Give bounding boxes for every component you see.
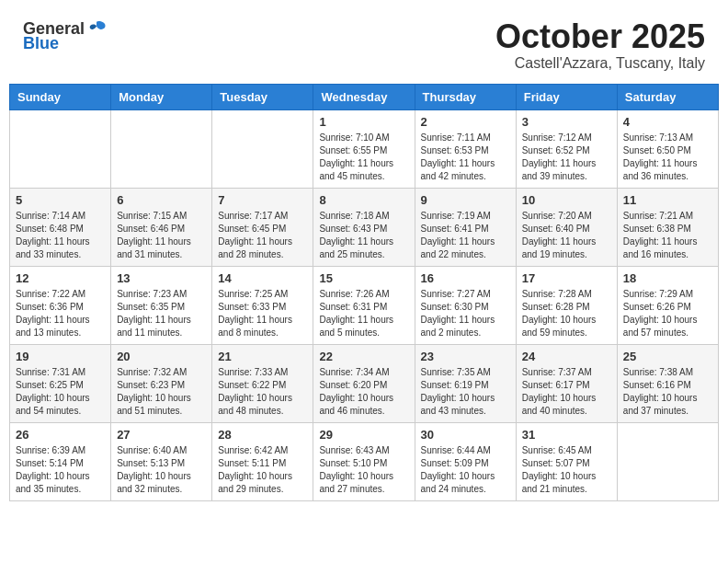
calendar-cell: 12Sunrise: 7:22 AM Sunset: 6:36 PM Dayli…	[10, 266, 111, 344]
day-number: 30	[421, 428, 510, 442]
col-header-sunday: Sunday	[10, 84, 111, 109]
calendar-cell: 2Sunrise: 7:11 AM Sunset: 6:53 PM Daylig…	[415, 109, 516, 188]
calendar-cell	[111, 109, 212, 188]
calendar-cell: 14Sunrise: 7:25 AM Sunset: 6:33 PM Dayli…	[212, 266, 313, 344]
day-number: 18	[623, 271, 712, 285]
day-content: Sunrise: 7:27 AM Sunset: 6:30 PM Dayligh…	[421, 288, 510, 339]
calendar-cell: 4Sunrise: 7:13 AM Sunset: 6:50 PM Daylig…	[617, 109, 718, 188]
calendar-cell: 10Sunrise: 7:20 AM Sunset: 6:40 PM Dayli…	[516, 188, 617, 266]
day-content: Sunrise: 7:12 AM Sunset: 6:52 PM Dayligh…	[522, 132, 611, 183]
logo-blue: Blue	[23, 35, 59, 52]
col-header-saturday: Saturday	[617, 84, 718, 109]
day-content: Sunrise: 7:14 AM Sunset: 6:48 PM Dayligh…	[16, 210, 105, 261]
day-number: 1	[319, 115, 408, 129]
logo-bird-icon	[86, 18, 107, 39]
day-content: Sunrise: 7:11 AM Sunset: 6:53 PM Dayligh…	[421, 132, 510, 183]
day-content: Sunrise: 7:25 AM Sunset: 6:33 PM Dayligh…	[218, 288, 307, 339]
day-number: 27	[117, 428, 206, 442]
calendar-cell: 27Sunrise: 6:40 AM Sunset: 5:13 PM Dayli…	[111, 422, 212, 500]
day-content: Sunrise: 7:18 AM Sunset: 6:43 PM Dayligh…	[319, 210, 408, 261]
day-content: Sunrise: 7:21 AM Sunset: 6:38 PM Dayligh…	[623, 210, 712, 261]
day-content: Sunrise: 6:45 AM Sunset: 5:07 PM Dayligh…	[522, 444, 611, 496]
calendar-cell: 22Sunrise: 7:34 AM Sunset: 6:20 PM Dayli…	[313, 344, 415, 422]
calendar-header-row: SundayMondayTuesdayWednesdayThursdayFrid…	[10, 84, 719, 109]
day-number: 29	[319, 428, 408, 442]
day-number: 22	[319, 350, 408, 363]
calendar-cell: 13Sunrise: 7:23 AM Sunset: 6:35 PM Dayli…	[111, 266, 212, 344]
calendar-week-row: 1Sunrise: 7:10 AM Sunset: 6:55 PM Daylig…	[10, 109, 719, 188]
calendar-table: SundayMondayTuesdayWednesdayThursdayFrid…	[9, 84, 719, 501]
calendar-cell: 3Sunrise: 7:12 AM Sunset: 6:52 PM Daylig…	[516, 109, 617, 188]
day-number: 2	[421, 115, 510, 129]
logo: General Blue	[23, 18, 107, 52]
day-content: Sunrise: 6:39 AM Sunset: 5:14 PM Dayligh…	[16, 444, 105, 496]
col-header-friday: Friday	[516, 84, 617, 109]
day-content: Sunrise: 7:22 AM Sunset: 6:36 PM Dayligh…	[16, 288, 105, 339]
day-content: Sunrise: 7:31 AM Sunset: 6:25 PM Dayligh…	[16, 366, 105, 418]
calendar-cell: 15Sunrise: 7:26 AM Sunset: 6:31 PM Dayli…	[313, 266, 415, 344]
day-number: 17	[522, 271, 611, 285]
calendar-cell: 18Sunrise: 7:29 AM Sunset: 6:26 PM Dayli…	[617, 266, 718, 344]
day-number: 13	[117, 271, 206, 285]
calendar-week-row: 12Sunrise: 7:22 AM Sunset: 6:36 PM Dayli…	[10, 266, 719, 344]
calendar-cell: 26Sunrise: 6:39 AM Sunset: 5:14 PM Dayli…	[10, 422, 111, 500]
calendar-cell: 28Sunrise: 6:42 AM Sunset: 5:11 PM Dayli…	[212, 422, 313, 500]
calendar-cell: 21Sunrise: 7:33 AM Sunset: 6:22 PM Dayli…	[212, 344, 313, 422]
day-number: 25	[623, 350, 712, 363]
day-content: Sunrise: 7:38 AM Sunset: 6:16 PM Dayligh…	[623, 366, 712, 418]
day-number: 14	[218, 271, 307, 285]
calendar-week-row: 26Sunrise: 6:39 AM Sunset: 5:14 PM Dayli…	[10, 422, 719, 500]
day-content: Sunrise: 7:29 AM Sunset: 6:26 PM Dayligh…	[623, 288, 712, 339]
day-content: Sunrise: 7:35 AM Sunset: 6:19 PM Dayligh…	[421, 366, 510, 418]
day-content: Sunrise: 6:43 AM Sunset: 5:10 PM Dayligh…	[319, 444, 408, 496]
calendar-week-row: 19Sunrise: 7:31 AM Sunset: 6:25 PM Dayli…	[10, 344, 719, 422]
col-header-thursday: Thursday	[415, 84, 516, 109]
calendar-cell: 23Sunrise: 7:35 AM Sunset: 6:19 PM Dayli…	[415, 344, 516, 422]
day-number: 6	[117, 193, 206, 207]
calendar-cell: 6Sunrise: 7:15 AM Sunset: 6:46 PM Daylig…	[111, 188, 212, 266]
calendar-cell: 20Sunrise: 7:32 AM Sunset: 6:23 PM Dayli…	[111, 344, 212, 422]
calendar-cell: 16Sunrise: 7:27 AM Sunset: 6:30 PM Dayli…	[415, 266, 516, 344]
day-number: 9	[421, 193, 510, 207]
day-content: Sunrise: 6:44 AM Sunset: 5:09 PM Dayligh…	[421, 444, 510, 496]
day-number: 4	[623, 115, 712, 129]
col-header-tuesday: Tuesday	[212, 84, 313, 109]
day-content: Sunrise: 7:34 AM Sunset: 6:20 PM Dayligh…	[319, 366, 408, 418]
day-content: Sunrise: 7:37 AM Sunset: 6:17 PM Dayligh…	[522, 366, 611, 418]
month-title: October 2025	[495, 18, 705, 55]
day-number: 15	[319, 271, 408, 285]
calendar-cell: 31Sunrise: 6:45 AM Sunset: 5:07 PM Dayli…	[516, 422, 617, 500]
day-content: Sunrise: 7:10 AM Sunset: 6:55 PM Dayligh…	[319, 132, 408, 183]
title-block: October 2025 Castell'Azzara, Tuscany, It…	[495, 18, 705, 72]
calendar-cell	[10, 109, 111, 188]
day-number: 3	[522, 115, 611, 129]
calendar-cell: 5Sunrise: 7:14 AM Sunset: 6:48 PM Daylig…	[10, 188, 111, 266]
page-header: General Blue October 2025 Castell'Azzara…	[9, 9, 719, 76]
day-content: Sunrise: 6:40 AM Sunset: 5:13 PM Dayligh…	[117, 444, 206, 496]
day-content: Sunrise: 7:15 AM Sunset: 6:46 PM Dayligh…	[117, 210, 206, 261]
calendar-week-row: 5Sunrise: 7:14 AM Sunset: 6:48 PM Daylig…	[10, 188, 719, 266]
calendar-cell: 29Sunrise: 6:43 AM Sunset: 5:10 PM Dayli…	[313, 422, 415, 500]
day-number: 8	[319, 193, 408, 207]
day-number: 10	[522, 193, 611, 207]
day-content: Sunrise: 7:26 AM Sunset: 6:31 PM Dayligh…	[319, 288, 408, 339]
day-content: Sunrise: 7:28 AM Sunset: 6:28 PM Dayligh…	[522, 288, 611, 339]
day-content: Sunrise: 7:32 AM Sunset: 6:23 PM Dayligh…	[117, 366, 206, 418]
calendar-cell	[617, 422, 718, 500]
location-title: Castell'Azzara, Tuscany, Italy	[495, 55, 705, 72]
calendar-cell: 17Sunrise: 7:28 AM Sunset: 6:28 PM Dayli…	[516, 266, 617, 344]
calendar-cell: 19Sunrise: 7:31 AM Sunset: 6:25 PM Dayli…	[10, 344, 111, 422]
calendar-cell: 7Sunrise: 7:17 AM Sunset: 6:45 PM Daylig…	[212, 188, 313, 266]
day-content: Sunrise: 7:17 AM Sunset: 6:45 PM Dayligh…	[218, 210, 307, 261]
calendar-cell	[212, 109, 313, 188]
calendar-cell: 8Sunrise: 7:18 AM Sunset: 6:43 PM Daylig…	[313, 188, 415, 266]
day-content: Sunrise: 6:42 AM Sunset: 5:11 PM Dayligh…	[218, 444, 307, 496]
day-number: 12	[16, 271, 105, 285]
day-number: 16	[421, 271, 510, 285]
day-content: Sunrise: 7:13 AM Sunset: 6:50 PM Dayligh…	[623, 132, 712, 183]
day-content: Sunrise: 7:23 AM Sunset: 6:35 PM Dayligh…	[117, 288, 206, 339]
day-content: Sunrise: 7:19 AM Sunset: 6:41 PM Dayligh…	[421, 210, 510, 261]
day-number: 5	[16, 193, 105, 207]
calendar-cell: 30Sunrise: 6:44 AM Sunset: 5:09 PM Dayli…	[415, 422, 516, 500]
day-number: 19	[16, 350, 105, 363]
